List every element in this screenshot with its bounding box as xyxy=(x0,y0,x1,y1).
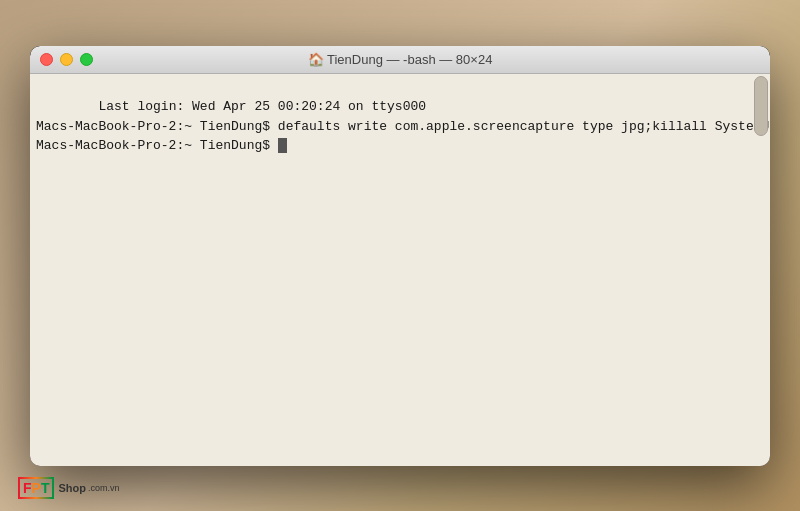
title-bar: 🏠 TienDung — -bash — 80×24 xyxy=(30,46,770,74)
title-icon: 🏠 xyxy=(308,52,327,67)
terminal-window: 🏠 TienDung — -bash — 80×24 Last login: W… xyxy=(30,46,770,466)
shop-label: Shop xyxy=(58,482,86,494)
fpt-t-letter: T xyxy=(41,480,50,496)
terminal-output: Last login: Wed Apr 25 00:20:24 on ttys0… xyxy=(36,78,764,176)
maximize-button[interactable] xyxy=(80,53,93,66)
cursor xyxy=(278,138,287,153)
minimize-button[interactable] xyxy=(60,53,73,66)
traffic-lights xyxy=(40,53,93,66)
close-button[interactable] xyxy=(40,53,53,66)
scrollbar[interactable] xyxy=(754,76,768,136)
prompt-line: Macs-MacBook-Pro-2:~ TienDung$ xyxy=(36,138,278,153)
domain-label: .com.vn xyxy=(88,483,120,493)
title-shell-label: — -bash — 80×24 xyxy=(383,52,492,67)
terminal-body[interactable]: Last login: Wed Apr 25 00:20:24 on ttys0… xyxy=(30,74,770,466)
watermark: F P T Shop .com.vn xyxy=(18,477,119,499)
command-line: Macs-MacBook-Pro-2:~ TienDung$ defaults … xyxy=(36,119,660,134)
login-line: Last login: Wed Apr 25 00:20:24 on ttys0… xyxy=(98,99,426,114)
fpt-logo-box: F P T xyxy=(18,477,54,499)
desktop-background: 🏠 TienDung — -bash — 80×24 Last login: W… xyxy=(0,0,800,511)
window-title: 🏠 TienDung — -bash — 80×24 xyxy=(308,52,493,67)
fpt-f-letter: F xyxy=(23,480,32,496)
title-label: TienDung xyxy=(327,52,383,67)
fpt-p-letter: P xyxy=(32,480,41,496)
